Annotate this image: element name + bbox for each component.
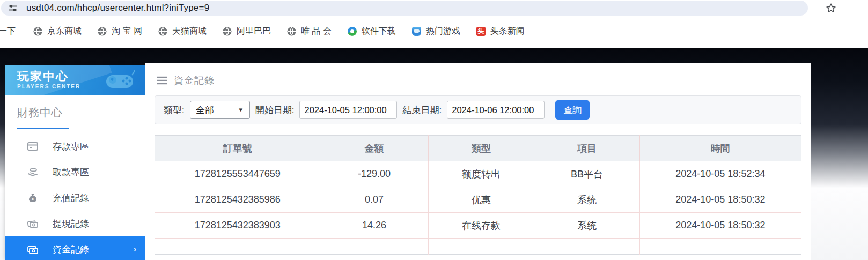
main-panel: 資金記錄 類型: 全部 ▼ 開始日期: 結束日期: 查詢 訂單號 金額 類型 項… (145, 63, 811, 260)
address-bar[interactable]: usdt04.com/hhcp/usercenter.html?iniType=… (1, 1, 808, 16)
section-underline (17, 128, 69, 129)
type-select[interactable]: 全部 ▼ (190, 101, 250, 119)
cell-order-no: 1728125432383903 (155, 213, 320, 239)
sidebar-item-fund-records[interactable]: 資金記錄 › (5, 236, 145, 260)
globe-icon (98, 27, 107, 36)
bookmark-item-toutiao[interactable]: 头 头条新闻 (468, 26, 533, 37)
cell-time: 2024-10-05 18:52:34 (639, 161, 801, 187)
cell-amount: -129.00 (320, 161, 428, 187)
bookmark-label: 头条新闻 (490, 26, 525, 37)
cell-project: 系统 (534, 213, 639, 239)
sidebar-menu: 存款專區 取款專區 ¥ 充值記錄 提現記錄 資金記錄 › (5, 133, 145, 260)
page-title: 資金記錄 (174, 74, 215, 87)
bookmark-label: 阿里巴巴 (237, 26, 271, 37)
banknotes-icon (27, 218, 39, 229)
hot-games-icon (412, 27, 421, 36)
globe-icon (33, 27, 42, 36)
sidebar-item-label: 充值記錄 (53, 192, 89, 204)
svg-text:¥: ¥ (32, 197, 34, 202)
col-header-order-no: 訂單號 (155, 136, 320, 161)
end-date-input[interactable] (447, 101, 545, 119)
col-header-type: 類型 (428, 136, 534, 161)
url-text[interactable]: usdt04.com/hhcp/usercenter.html?iniType=… (26, 3, 209, 13)
sidebar: 玩家中心 PLAYERS CENTER 財務中心 存款專區 取款專區 ¥ 充值記… (5, 65, 145, 260)
bookmark-label: 热门游戏 (426, 26, 460, 37)
chevron-right-icon: › (134, 244, 136, 254)
table-header-row: 訂單號 金額 類型 項目 時間 (155, 136, 801, 161)
bookmark-item-vip[interactable]: 唯 品 会 (279, 26, 340, 37)
cell-type: 优惠 (428, 187, 534, 213)
cell-amount: 0.07 (320, 187, 428, 213)
money-bag-icon: ¥ (27, 192, 39, 204)
cell-time: 2024-10-05 18:50:32 (639, 213, 801, 239)
hand-money-icon (27, 166, 39, 178)
end-date-label: 結束日期: (402, 104, 442, 116)
finance-center-title: 財務中心 (17, 105, 134, 120)
players-center-banner: 玩家中心 PLAYERS CENTER (5, 65, 145, 95)
cell-order-no: 1728125553447659 (155, 161, 320, 187)
sidebar-item-deposit-zone[interactable]: 存款專區 (5, 133, 145, 159)
fund-records-table: 訂單號 金額 類型 項目 時間 1728125553447659 -129.00… (155, 135, 801, 255)
bookmark-label: 唯 品 会 (301, 26, 332, 37)
bookmark-label: 淘 宝 网 (112, 26, 142, 37)
bookmark-label: 一下 (0, 26, 16, 37)
cell-time: 2024-10-05 18:50:32 (639, 187, 801, 213)
bookmark-item-jd[interactable]: 京东商城 (25, 26, 90, 37)
deposit-card-icon (27, 140, 39, 152)
query-button[interactable]: 查詢 (555, 100, 590, 120)
table-row: 1728125553447659 -129.00 额度转出 BB平台 2024-… (155, 161, 801, 187)
sidebar-item-label: 存款專區 (53, 140, 89, 153)
page-header: 資金記錄 (145, 63, 811, 87)
cell-project: 系统 (534, 187, 639, 213)
filter-bar: 類型: 全部 ▼ 開始日期: 結束日期: 查詢 (155, 95, 801, 124)
start-date-label: 開始日期: (255, 104, 295, 116)
bookmark-label: 天猫商城 (172, 26, 207, 37)
type-select-value: 全部 (196, 104, 214, 116)
col-header-time: 時間 (639, 136, 801, 161)
sidebar-section: 財務中心 (5, 95, 145, 129)
software-download-icon (348, 27, 357, 36)
bookmark-item-tmall[interactable]: 天猫商城 (150, 26, 215, 37)
type-label: 類型: (164, 104, 185, 116)
sidebar-item-label: 取款專區 (53, 166, 89, 179)
sidebar-item-withdrawal-records[interactable]: 提現記錄 (5, 211, 145, 236)
cell-type: 在线存款 (428, 213, 534, 239)
bookmark-item[interactable]: 一下 (0, 26, 25, 37)
table-row: 1728125432383903 14.26 在线存款 系统 2024-10-0… (155, 213, 801, 239)
sidebar-item-withdraw-zone[interactable]: 取款專區 (5, 159, 145, 185)
cell-amount: 14.26 (320, 213, 428, 239)
cell-type: 额度转出 (428, 161, 534, 187)
globe-icon (158, 27, 167, 36)
bookmark-label: 京东商城 (47, 26, 82, 37)
gamepad-icon (102, 70, 137, 91)
cell-order-no: 1728125432385986 (155, 187, 320, 213)
cell-project: BB平台 (534, 161, 639, 187)
bookmark-item-games[interactable]: 热门游戏 (404, 26, 468, 37)
bookmark-star-icon[interactable] (825, 2, 837, 14)
col-header-project: 項目 (534, 136, 639, 161)
globe-icon (223, 27, 232, 36)
sidebar-item-recharge-records[interactable]: ¥ 充值記錄 (5, 185, 145, 211)
sidebar-item-label: 資金記錄 (53, 243, 89, 256)
table-row-partial (155, 239, 801, 255)
browser-chrome: usdt04.com/hhcp/usercenter.html?iniType=… (0, 0, 868, 48)
table-row: 1728125432385986 0.07 优惠 系统 2024-10-05 1… (155, 187, 801, 213)
toutiao-news-icon: 头 (476, 27, 486, 36)
chevron-down-icon: ▼ (238, 107, 244, 113)
col-header-amount: 金額 (320, 136, 428, 161)
fund-record-icon (27, 243, 39, 255)
sidebar-item-label: 提現記錄 (53, 218, 89, 230)
bookmark-item-alibaba[interactable]: 阿里巴巴 (215, 26, 279, 37)
bookmark-label: 软件下载 (362, 26, 396, 37)
start-date-input[interactable] (299, 101, 397, 119)
bookmark-item-software[interactable]: 软件下载 (340, 26, 404, 37)
bookmarks-bar: 一下 京东商城 淘 宝 网 天猫商城 阿里巴巴 唯 品 会 软件下载 热门游戏 (0, 18, 868, 44)
list-menu-icon (157, 76, 167, 85)
globe-icon (287, 27, 296, 36)
bookmark-item-taobao[interactable]: 淘 宝 网 (90, 26, 150, 37)
site-settings-icon[interactable] (8, 3, 18, 13)
